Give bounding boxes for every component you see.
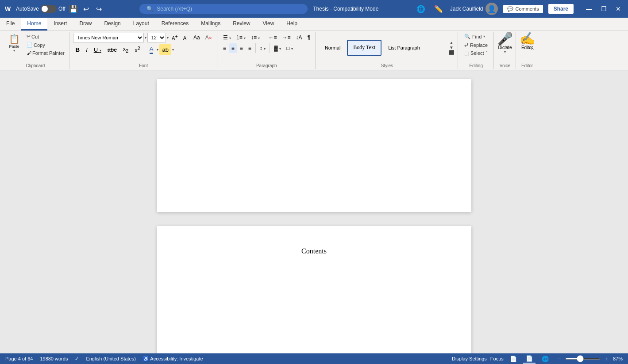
underline-button[interactable]: U ▾ bbox=[91, 44, 104, 55]
paragraph-label: Paragraph bbox=[221, 62, 312, 68]
paragraph-group-content: ☰ ▾ 1≡ ▾ ↕≡ ▾ ←≡ →≡ ↕A ¶ ≡ ≡ ≡ ≡ ↕ ▾ bbox=[221, 33, 312, 62]
tab-insert[interactable]: Insert bbox=[47, 18, 73, 31]
style-body-text[interactable]: Body Text bbox=[347, 40, 381, 56]
ribbon-collapse-arrow[interactable]: ⌃ bbox=[530, 47, 535, 54]
shrink-font-button[interactable]: A- bbox=[181, 33, 190, 42]
increase-indent-button[interactable]: →≡ bbox=[280, 33, 293, 42]
line-spacing-button[interactable]: ↕ ▾ bbox=[258, 43, 268, 53]
font-top-row: Times New Roman ▾ 12 ▾ A+ A- Aa A✕ bbox=[73, 33, 214, 42]
font-label: Font bbox=[73, 62, 214, 68]
replace-button[interactable]: ⇄ Replace bbox=[462, 41, 490, 49]
zoom-out-button[interactable]: − bbox=[555, 355, 564, 363]
zoom-in-button[interactable]: + bbox=[602, 355, 611, 363]
font-color-button[interactable]: A bbox=[147, 44, 156, 55]
minimize-button[interactable]: — bbox=[582, 4, 596, 14]
tab-layout[interactable]: Layout bbox=[127, 18, 155, 31]
close-button[interactable]: ✕ bbox=[612, 4, 624, 14]
align-center-button[interactable]: ≡ bbox=[229, 43, 237, 53]
tab-review[interactable]: Review bbox=[227, 18, 256, 31]
clear-format-button[interactable]: A✕ bbox=[203, 33, 214, 42]
tab-view[interactable]: View bbox=[257, 18, 281, 31]
clipboard-group: 📋 Paste ▾ ✂ Cut 📄 Copy 🖌 Format bbox=[2, 32, 69, 69]
para-div1 bbox=[264, 33, 264, 42]
save-button[interactable]: 💾 bbox=[69, 5, 78, 13]
accessibility-icon: ♿ bbox=[143, 356, 149, 361]
window-controls: — ❐ ✕ bbox=[582, 4, 624, 14]
numbering-button[interactable]: 1≡ ▾ bbox=[234, 33, 248, 42]
strikethrough-button[interactable]: abc bbox=[105, 44, 119, 55]
italic-button[interactable]: I bbox=[83, 44, 90, 55]
find-button[interactable]: 🔍 Find ▾ bbox=[462, 33, 488, 40]
dictate-arrow: ▾ bbox=[504, 50, 506, 54]
print-layout-button[interactable]: 📄 bbox=[523, 354, 536, 364]
tab-home[interactable]: Home bbox=[21, 18, 47, 31]
bullets-button[interactable]: ☰ ▾ bbox=[221, 33, 233, 42]
share-button[interactable]: Share bbox=[548, 4, 574, 14]
style-list-paragraph[interactable]: List Paragraph bbox=[382, 40, 426, 56]
justify-button[interactable]: ≡ bbox=[246, 43, 254, 53]
document-area: Contents bbox=[0, 70, 628, 353]
zoom-control: − + 87% bbox=[555, 355, 623, 363]
page-info: Page 4 of 64 bbox=[5, 356, 33, 361]
case-button[interactable]: Aa bbox=[191, 33, 202, 42]
editing-group-content: 🔍 Find ▾ ⇄ Replace ⬚ Select ˅ bbox=[462, 33, 491, 62]
display-settings-button[interactable]: Display Settings bbox=[452, 356, 487, 361]
user-info: Jack Caulfield 👤 bbox=[450, 3, 498, 15]
autosave-toggle[interactable] bbox=[41, 5, 57, 13]
tab-design[interactable]: Design bbox=[98, 18, 127, 31]
styles-scroll-up[interactable]: ▲ bbox=[448, 40, 455, 45]
select-icon: ⬚ bbox=[464, 50, 469, 56]
tab-references[interactable]: References bbox=[155, 18, 195, 31]
editor-icon: ✍ bbox=[520, 33, 535, 45]
user-name: Jack Caulfield bbox=[450, 6, 483, 12]
subscript-button[interactable]: x2 bbox=[120, 44, 131, 55]
multilevel-button[interactable]: ↕≡ ▾ bbox=[249, 33, 262, 42]
format-painter-button[interactable]: 🖌 Format Painter bbox=[25, 50, 66, 57]
align-left-button[interactable]: ≡ bbox=[221, 43, 228, 53]
font-size-select[interactable]: 12 bbox=[147, 33, 166, 42]
align-right-button[interactable]: ≡ bbox=[238, 43, 245, 53]
tab-help[interactable]: Help bbox=[280, 18, 304, 31]
paste-button[interactable]: 📋 Paste ▾ bbox=[4, 33, 24, 54]
font-family-select[interactable]: Times New Roman bbox=[73, 33, 144, 42]
select-button[interactable]: ⬚ Select ˅ bbox=[462, 50, 491, 57]
highlight-button[interactable]: ab bbox=[159, 44, 171, 55]
restore-button[interactable]: ❐ bbox=[597, 4, 610, 14]
styles-expand[interactable]: ⬛ bbox=[448, 50, 455, 55]
search-bar[interactable]: 🔍 Search (Alt+Q) bbox=[139, 4, 308, 14]
undo-button[interactable]: ↩ bbox=[81, 4, 91, 14]
style-normal[interactable]: Normal bbox=[319, 40, 346, 56]
web-layout-button[interactable]: 🌐 bbox=[539, 355, 551, 363]
comments-label: Comments bbox=[515, 6, 539, 11]
tab-mailings[interactable]: Mailings bbox=[195, 18, 227, 31]
decrease-indent-button[interactable]: ←≡ bbox=[266, 33, 279, 42]
styles-scroll-down[interactable]: ▼ bbox=[448, 45, 455, 50]
pen-icon[interactable]: ✏️ bbox=[432, 4, 445, 14]
borders-button[interactable]: □ ▾ bbox=[284, 43, 295, 53]
superscript-button[interactable]: x2 bbox=[132, 44, 143, 55]
accessibility-label[interactable]: ♿ Accessibility: Investigate bbox=[143, 356, 203, 362]
tab-file[interactable]: File bbox=[0, 18, 21, 31]
read-mode-button[interactable]: 📄 bbox=[507, 355, 520, 363]
shading-button[interactable]: ▓ ▾ bbox=[272, 43, 283, 53]
font-group: Times New Roman ▾ 12 ▾ A+ A- Aa A✕ B I U… bbox=[70, 32, 217, 69]
zoom-slider[interactable] bbox=[565, 358, 601, 360]
sort-button[interactable]: ↕A bbox=[293, 33, 304, 42]
copy-button[interactable]: 📄 Copy bbox=[25, 41, 66, 49]
format-painter-icon: 🖌 bbox=[27, 50, 31, 56]
redo-button[interactable]: ↪ bbox=[94, 4, 104, 14]
focus-button[interactable]: Focus bbox=[490, 356, 504, 361]
show-marks-button[interactable]: ¶ bbox=[305, 33, 312, 42]
language[interactable]: English (United States) bbox=[86, 356, 136, 361]
cut-button[interactable]: ✂ Cut bbox=[25, 33, 66, 40]
para-div3 bbox=[270, 43, 270, 53]
comments-button[interactable]: 💬 Comments bbox=[503, 5, 543, 13]
find-arrow: ▾ bbox=[483, 34, 485, 38]
dictate-button[interactable]: 🎤 Dictate ▾ bbox=[497, 33, 513, 54]
clipboard-small-btns: ✂ Cut 📄 Copy 🖌 Format Painter bbox=[25, 33, 66, 57]
font-group-content: Times New Roman ▾ 12 ▾ A+ A- Aa A✕ B I U… bbox=[73, 33, 214, 62]
tab-draw[interactable]: Draw bbox=[73, 18, 98, 31]
grow-font-button[interactable]: A+ bbox=[170, 33, 180, 42]
bold-button[interactable]: B bbox=[73, 44, 82, 55]
spelling-check-icon[interactable]: ✓ bbox=[75, 356, 79, 362]
